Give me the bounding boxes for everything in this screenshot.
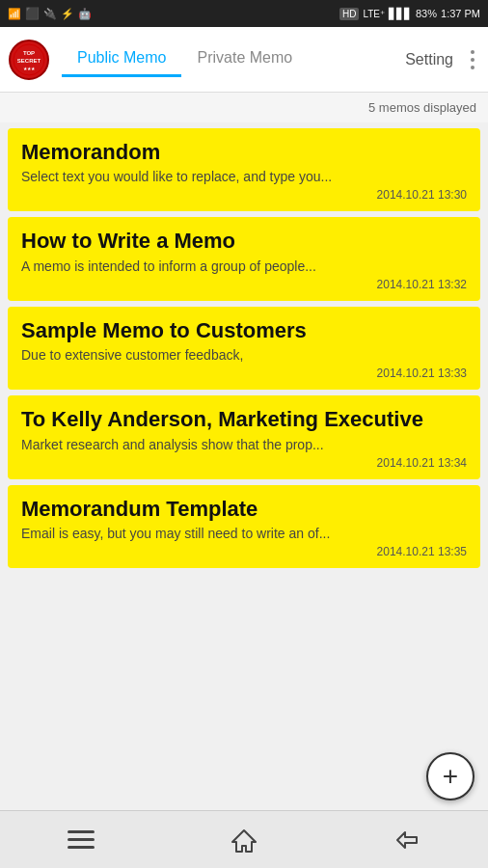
- memo-card[interactable]: How to Write a MemoA memo is intended to…: [8, 217, 480, 300]
- screen-icon: ⬛: [25, 7, 40, 20]
- usb-icon: 🔌: [43, 8, 57, 20]
- memo-card[interactable]: Memorandum TemplateEmail is easy, but yo…: [8, 485, 480, 568]
- svg-marker-5: [232, 830, 256, 852]
- memo-date: 2014.10.21 13:34: [21, 456, 467, 470]
- lte-label: LTE⁺: [363, 9, 385, 19]
- memo-title: Memorandum Template: [21, 497, 467, 522]
- status-bar: 📶 ⬛ 🔌 ⚡ 🤖 HD LTE⁺ ▋▋▋ 83% 1:37 PM: [0, 0, 488, 27]
- memo-date: 2014.10.21 13:35: [21, 545, 467, 558]
- signal-bars: ▋▋▋: [389, 8, 412, 20]
- setting-button[interactable]: Setting: [393, 43, 465, 76]
- tab-private-memo[interactable]: Private Memo: [181, 41, 308, 77]
- fab-container: +: [426, 752, 474, 800]
- usb2-icon: ⚡: [61, 8, 74, 20]
- home-button[interactable]: [215, 821, 273, 859]
- memo-card[interactable]: Sample Memo to CustomersDue to extensive…: [8, 307, 480, 390]
- memo-list: MemorandomSelect text you would like to …: [0, 122, 488, 810]
- tab-public-memo[interactable]: Public Memo: [62, 41, 181, 77]
- more-options-button[interactable]: [465, 44, 480, 75]
- menu-button[interactable]: [52, 821, 110, 859]
- memo-preview: A memo is intended to inform a group of …: [21, 258, 467, 274]
- memo-title: How to Write a Memo: [21, 229, 467, 254]
- hamburger-line-2: [68, 838, 95, 841]
- memo-card[interactable]: To Kelly Anderson, Marketing ExecutiveMa…: [8, 395, 480, 478]
- app-logo: TOP SECRET ★★★: [8, 39, 50, 81]
- svg-text:SECRET: SECRET: [17, 58, 41, 64]
- dot1: [471, 50, 474, 54]
- back-button[interactable]: [378, 821, 436, 859]
- memo-date: 2014.10.21 13:30: [21, 188, 467, 202]
- memo-date: 2014.10.21 13:33: [21, 366, 467, 380]
- hamburger-line-3: [68, 846, 95, 849]
- memo-preview: Due to extensive customer feedback,: [21, 347, 467, 363]
- top-nav: TOP SECRET ★★★ Public Memo Private Memo …: [0, 27, 488, 93]
- hd-badge: HD: [339, 8, 359, 20]
- dot2: [471, 58, 474, 62]
- add-memo-button[interactable]: +: [426, 752, 474, 800]
- status-right: HD LTE⁺ ▋▋▋ 83% 1:37 PM: [339, 8, 480, 20]
- status-left: 📶 ⬛ 🔌 ⚡ 🤖: [8, 7, 92, 20]
- nav-tabs: Public Memo Private Memo: [62, 41, 393, 77]
- memo-preview: Select text you would like to replace, a…: [21, 169, 467, 184]
- dot3: [471, 66, 474, 69]
- battery-label: 83%: [416, 8, 437, 19]
- memo-count-label: 5 memos displayed: [368, 100, 476, 115]
- android-icon: 🤖: [78, 8, 92, 20]
- signal-icon: 📶: [8, 8, 21, 20]
- svg-text:TOP: TOP: [23, 50, 35, 56]
- hamburger-icon: [68, 830, 95, 849]
- time-label: 1:37 PM: [441, 8, 480, 19]
- memo-preview: Email is easy, but you may still need to…: [21, 526, 467, 541]
- hamburger-line-1: [68, 830, 95, 833]
- svg-text:★★★: ★★★: [23, 66, 36, 71]
- memo-preview: Market research and analysis show that t…: [21, 437, 467, 452]
- memo-title: Sample Memo to Customers: [21, 318, 467, 343]
- add-icon: +: [443, 761, 458, 792]
- home-icon: [230, 827, 258, 854]
- back-icon: [393, 827, 420, 854]
- memo-card[interactable]: MemorandomSelect text you would like to …: [8, 128, 480, 211]
- memo-date: 2014.10.21 13:32: [21, 278, 467, 291]
- memo-title: To Kelly Anderson, Marketing Executive: [21, 407, 467, 432]
- memo-count-bar: 5 memos displayed: [0, 93, 488, 122]
- bottom-nav: [0, 810, 488, 868]
- memo-title: Memorandom: [21, 140, 467, 165]
